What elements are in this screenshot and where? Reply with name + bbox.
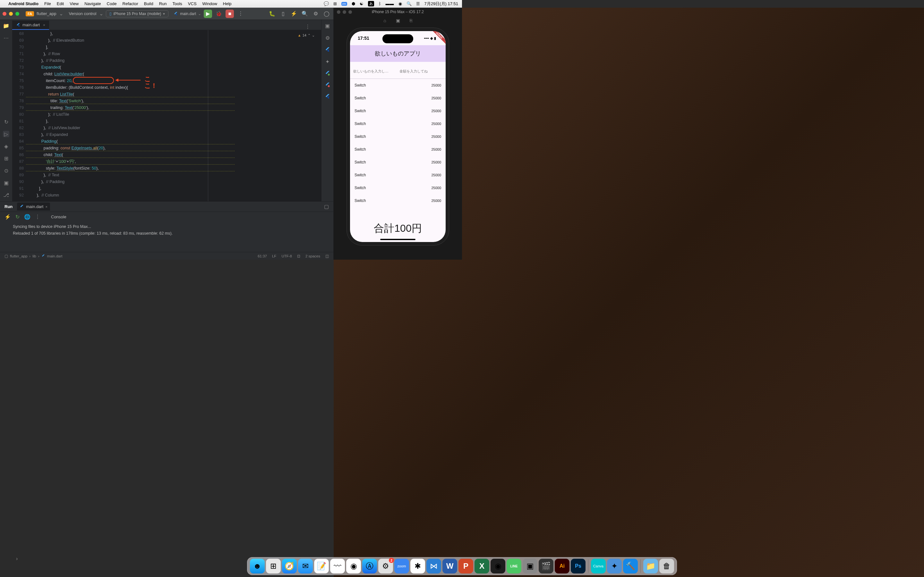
close-window-button[interactable] bbox=[3, 12, 6, 16]
run-tab[interactable]: Run bbox=[5, 204, 13, 209]
wifi-icon[interactable]: ◉ bbox=[399, 1, 402, 6]
console-more-icon[interactable]: ⋮ bbox=[35, 214, 40, 220]
list-item[interactable]: Switch25000 bbox=[350, 169, 446, 181]
screenshot-button[interactable]: ▣ bbox=[396, 18, 400, 23]
sim-close-button[interactable] bbox=[337, 10, 341, 14]
phone-screen[interactable]: DEBUG 17:51 •••• ◈ ▮ 欲しいものアプリ 保存 bbox=[350, 31, 446, 242]
minimize-window-button[interactable] bbox=[9, 12, 13, 16]
structure-tool-icon[interactable]: ⊞ bbox=[3, 155, 9, 161]
lock-icon[interactable]: ◫ bbox=[325, 254, 329, 258]
menu-build[interactable]: Build bbox=[144, 1, 153, 6]
menu-edit[interactable]: Edit bbox=[57, 1, 64, 6]
run-button[interactable]: ▶ bbox=[204, 10, 212, 18]
flutter-tool-icon[interactable]: ◈ bbox=[3, 143, 9, 149]
open-devtools-button[interactable]: 🌐 bbox=[24, 214, 31, 220]
console-file-tab[interactable]: main.dart × bbox=[17, 203, 50, 211]
save-button[interactable]: ⎘ bbox=[410, 18, 412, 23]
encoding[interactable]: UTF-8 bbox=[281, 254, 292, 258]
device-selector[interactable]: ▯ iPhone 15 Pro Max (mobile) ▾ bbox=[106, 10, 169, 17]
menu-window[interactable]: Window bbox=[202, 1, 217, 6]
device-mgr-icon[interactable]: ▣ bbox=[325, 23, 331, 29]
indent-setting[interactable]: 2 spaces bbox=[305, 254, 320, 258]
profile-icon[interactable]: ◯ bbox=[322, 10, 331, 18]
line-ending[interactable]: LF bbox=[272, 254, 276, 258]
menu-view[interactable]: View bbox=[69, 1, 79, 6]
list-item[interactable]: Switch25000 bbox=[350, 181, 446, 194]
menu-tools[interactable]: Tools bbox=[173, 1, 182, 6]
app-menu[interactable]: Android Studio bbox=[8, 1, 39, 6]
db-status-icon[interactable]: ⊞ bbox=[333, 1, 337, 6]
list-item[interactable]: Switch25000 bbox=[350, 105, 446, 117]
item-price-input[interactable] bbox=[399, 67, 444, 75]
breadcrumb-item[interactable]: main.dart bbox=[47, 254, 63, 258]
tab-menu-icon[interactable]: ⋮ bbox=[305, 24, 310, 30]
device-icon[interactable]: ▯ bbox=[279, 10, 287, 18]
version-control-dropdown[interactable]: Version control bbox=[69, 11, 97, 16]
list-item[interactable]: Switch25000 bbox=[350, 92, 446, 105]
ai-tool-icon[interactable]: ✦ bbox=[325, 58, 331, 65]
menu-vcs[interactable]: VCS bbox=[188, 1, 197, 6]
cursor-position[interactable]: 61:37 bbox=[258, 254, 267, 258]
more-tool-icon[interactable]: ⋯ bbox=[3, 35, 9, 41]
hot-restart-button[interactable]: ↻ bbox=[15, 214, 19, 220]
list-item[interactable]: Switch25000 bbox=[350, 79, 446, 92]
close-tab-icon[interactable]: × bbox=[45, 205, 47, 209]
sync-tool-icon[interactable]: ↻ bbox=[3, 119, 9, 125]
terminal-tool-icon[interactable]: ▣ bbox=[3, 179, 9, 186]
sim-minimize-button[interactable] bbox=[342, 10, 346, 14]
list-item[interactable]: Switch25000 bbox=[350, 156, 446, 169]
item-name-input[interactable] bbox=[353, 67, 397, 75]
bug-icon[interactable]: 🐛 bbox=[268, 10, 276, 18]
list-item[interactable]: Switch25000 bbox=[350, 117, 446, 130]
sync-status-icon[interactable]: ☯ bbox=[360, 1, 363, 6]
project-tool-icon[interactable]: 📁 bbox=[3, 23, 9, 29]
breadcrumb-item[interactable]: lib bbox=[32, 254, 36, 258]
shield-status-icon[interactable]: ⬢ bbox=[352, 1, 355, 6]
debug-button[interactable]: 🐞 bbox=[215, 10, 223, 18]
menu-code[interactable]: Code bbox=[107, 1, 117, 6]
menu-run[interactable]: Run bbox=[159, 1, 167, 6]
bluetooth-icon[interactable]: ᛒ bbox=[379, 1, 381, 6]
menu-refactor[interactable]: Refactor bbox=[123, 1, 138, 6]
flutter-outline-icon[interactable] bbox=[325, 71, 330, 76]
battery-icon[interactable]: ▬▬ bbox=[386, 1, 394, 6]
console-output[interactable]: Syncing files to device iPhone 15 Pro Ma… bbox=[0, 221, 333, 252]
more-actions-button[interactable]: ⋮ bbox=[236, 10, 245, 18]
list-item[interactable]: Switch25000 bbox=[350, 130, 446, 143]
spotlight-icon[interactable]: 🔍 bbox=[407, 1, 412, 6]
layout-icon[interactable]: ▢ bbox=[324, 203, 329, 210]
code-content[interactable]: }, ), // ElevatedButton ], ), // Row ), … bbox=[27, 30, 321, 201]
clock[interactable]: 7月29日(月) 17:51 bbox=[425, 1, 459, 7]
problems-tool-icon[interactable]: ⊙ bbox=[3, 167, 9, 174]
hot-reload-icon[interactable]: ⚡ bbox=[290, 10, 298, 18]
hot-reload-button[interactable]: ⚡ bbox=[5, 214, 11, 220]
zoom-status-icon[interactable]: zm bbox=[341, 2, 347, 6]
collab-icon[interactable]: ⚙ bbox=[325, 35, 331, 41]
search-icon[interactable]: 🔍 bbox=[300, 10, 309, 18]
menu-help[interactable]: Help bbox=[223, 1, 232, 6]
input-source-icon[interactable]: あ bbox=[368, 1, 374, 6]
menu-file[interactable]: File bbox=[44, 1, 51, 6]
settings-icon[interactable]: ⚙ bbox=[312, 10, 320, 18]
maximize-window-button[interactable] bbox=[15, 12, 19, 16]
sim-maximize-button[interactable] bbox=[349, 10, 352, 14]
list-item[interactable]: Switch25000 bbox=[350, 194, 446, 207]
flutter-perf-icon[interactable] bbox=[325, 82, 330, 88]
stop-button[interactable]: ■ bbox=[226, 10, 234, 18]
editor-tab-main[interactable]: main.dart × bbox=[12, 21, 49, 30]
control-center-icon[interactable]: ☰ bbox=[416, 1, 420, 6]
line-status-icon[interactable]: 💬 bbox=[324, 1, 329, 6]
flutter-dev-icon[interactable] bbox=[325, 93, 330, 99]
code-editor[interactable]: ▲ 14 ⌃ ⌄ 686970 717273 747576 777879 808… bbox=[12, 30, 321, 201]
flutter-inspector-icon[interactable] bbox=[325, 47, 330, 53]
git-tool-icon[interactable]: ⎇ bbox=[3, 192, 9, 198]
breadcrumb[interactable]: ▢ flutter_app › lib › main.dart bbox=[5, 254, 63, 258]
project-name[interactable]: flutter_app bbox=[37, 11, 56, 16]
run-configuration[interactable]: main.dart ⌄ bbox=[174, 11, 201, 16]
menu-navigate[interactable]: Navigate bbox=[84, 1, 101, 6]
breadcrumb-item[interactable]: flutter_app bbox=[10, 254, 27, 258]
close-tab-icon[interactable]: × bbox=[43, 23, 45, 27]
home-button[interactable]: ⌂ bbox=[383, 18, 386, 23]
run-tool-icon[interactable]: ▷ bbox=[3, 131, 9, 137]
readonly-icon[interactable]: ⊡ bbox=[297, 254, 300, 258]
